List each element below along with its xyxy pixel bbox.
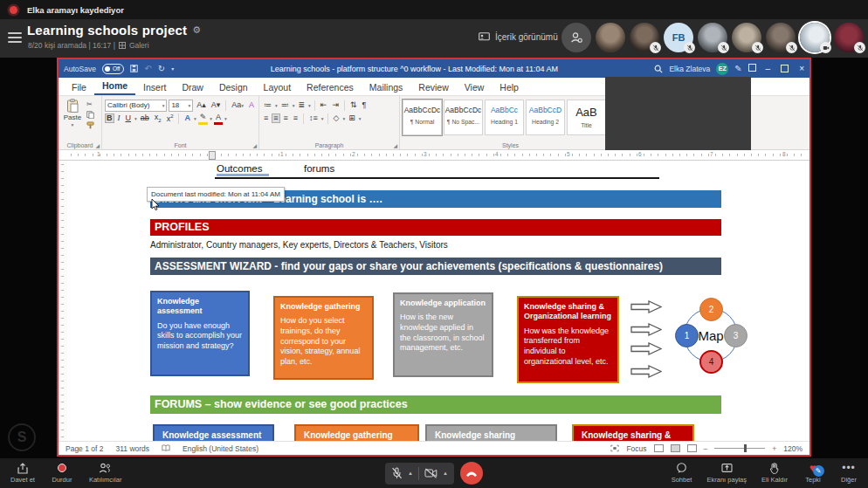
tab-design[interactable]: Design <box>211 79 256 95</box>
zoom-in-icon[interactable]: + <box>772 444 776 453</box>
horizontal-ruler[interactable]: 1 1 2 3 4 5 6 7 8 <box>59 150 809 161</box>
style-no-spacing[interactable]: AaBbCcDc¶ No Spac... <box>444 100 483 135</box>
camera-off-button[interactable] <box>424 468 437 478</box>
document-page[interactable]: Outcomes forums Sliders and short text –… <box>67 161 809 441</box>
tab-review[interactable]: Review <box>410 79 456 95</box>
redo-icon[interactable]: ↻ <box>158 65 165 73</box>
superscript-button[interactable]: x2 <box>165 113 176 124</box>
subscript-button[interactable]: x2 <box>153 113 163 124</box>
justify-icon[interactable]: ≡ <box>292 113 300 123</box>
close-button[interactable]: × <box>799 64 804 73</box>
text-effects-icon[interactable]: A <box>183 113 192 123</box>
font-name-select[interactable]: Calibri (Body)▾ <box>105 100 167 112</box>
grow-font-icon[interactable]: A▴ <box>195 100 208 110</box>
page-indicator[interactable]: Page 1 of 2 <box>65 444 103 453</box>
language-indicator[interactable]: English (United States) <box>183 444 258 453</box>
web-layout-icon[interactable] <box>687 444 697 452</box>
quick-access-chevron-icon[interactable]: ▾ <box>171 66 174 72</box>
content-view-button[interactable]: İçerik görünümü ▾ <box>479 32 566 42</box>
camera-options-chevron-icon[interactable]: ▲ <box>443 471 448 476</box>
ink-pen-icon[interactable]: ✎ <box>734 65 741 73</box>
mic-muted-button[interactable] <box>391 467 403 479</box>
participant-avatar[interactable] <box>834 23 864 52</box>
chat-button[interactable]: Sohbet <box>672 462 692 484</box>
ribbon-display-options-icon[interactable] <box>748 64 756 73</box>
tab-file[interactable]: File <box>64 79 94 95</box>
sort-icon[interactable]: ⇅ <box>348 100 359 110</box>
borders-icon[interactable]: ⊞ <box>347 113 357 123</box>
read-mode-icon[interactable] <box>654 444 664 452</box>
participant-avatar-initials[interactable]: FB <box>664 23 693 52</box>
bullet-list-icon[interactable]: ≔ <box>262 100 273 110</box>
zoom-slider-thumb[interactable] <box>744 444 747 452</box>
undo-icon[interactable]: ↶ <box>144 65 151 73</box>
italic-button[interactable]: I <box>116 113 122 123</box>
tab-references[interactable]: References <box>299 79 362 95</box>
participant-avatar[interactable] <box>698 23 727 52</box>
menu-icon[interactable] <box>8 32 22 43</box>
tab-draw[interactable]: Draw <box>174 79 211 95</box>
participant-avatar[interactable] <box>766 23 796 52</box>
underline-button[interactable]: U <box>124 113 134 123</box>
cut-icon[interactable]: ✂ <box>86 100 94 108</box>
add-participant-avatar[interactable] <box>561 23 591 52</box>
stop-recording-button[interactable]: Durdur <box>52 462 72 484</box>
active-speaker-avatar[interactable] <box>800 23 830 52</box>
more-button[interactable]: ••• Diğer <box>838 462 859 484</box>
highlight-color-icon[interactable]: ✎ <box>198 113 209 125</box>
participants-button[interactable]: Katılımcılar <box>89 462 122 484</box>
align-right-icon[interactable]: ≡ <box>282 113 290 123</box>
tab-mailings[interactable]: Mailings <box>362 79 411 95</box>
zoom-level[interactable]: 120% <box>783 444 803 453</box>
user-avatar[interactable]: EZ <box>716 63 728 75</box>
copy-icon[interactable] <box>86 111 94 119</box>
format-painter-icon[interactable] <box>86 121 94 129</box>
align-center-icon[interactable]: ≡ <box>272 113 279 123</box>
style-normal[interactable]: AaBbCcDc¶ Normal <box>403 100 442 135</box>
restore-button[interactable] <box>781 65 789 72</box>
decrease-indent-icon[interactable]: ⇤ <box>319 100 329 110</box>
increase-indent-icon[interactable]: ⇥ <box>330 100 341 110</box>
show-formatting-icon[interactable]: ¶ <box>360 100 368 110</box>
participant-avatar[interactable] <box>630 23 659 52</box>
style-title[interactable]: AaBTitle <box>567 100 606 135</box>
change-case-icon[interactable]: Aa▾ <box>230 100 245 110</box>
raise-hand-button[interactable]: Eli Kaldır <box>761 462 788 484</box>
zoom-slider[interactable] <box>714 448 765 450</box>
end-call-button[interactable] <box>460 462 483 485</box>
align-left-icon[interactable]: ≡ <box>262 113 270 123</box>
shading-icon[interactable]: ◇ <box>332 113 341 123</box>
minimize-button[interactable]: – <box>766 64 771 73</box>
focus-button[interactable]: Focus <box>626 444 646 453</box>
tab-layout[interactable]: Layout <box>256 79 300 95</box>
search-icon[interactable] <box>654 65 663 73</box>
word-count[interactable]: 311 words <box>115 444 149 453</box>
save-icon[interactable] <box>130 65 138 72</box>
strikethrough-button[interactable]: ab <box>139 113 151 123</box>
bold-button[interactable]: B <box>105 113 114 123</box>
participant-avatar[interactable] <box>732 23 761 52</box>
tab-home[interactable]: Home <box>94 78 135 95</box>
gallery-label[interactable]: Galeri <box>129 41 149 50</box>
dialog-launcher-icon[interactable]: ◢ <box>252 142 257 148</box>
gear-icon[interactable]: ⚙ <box>192 24 201 36</box>
autosave-toggle[interactable]: Off <box>102 64 125 74</box>
tab-insert[interactable]: Insert <box>135 79 174 95</box>
paste-button[interactable]: Paste ▾ <box>61 99 84 139</box>
style-heading2[interactable]: AaBbCcDHeading 2 <box>526 100 565 135</box>
style-heading1[interactable]: AaBbCcHeading 1 <box>485 100 524 135</box>
tab-help[interactable]: Help <box>492 79 527 95</box>
reaction-button[interactable]: ♥✎ Tepki <box>803 462 823 484</box>
font-size-select[interactable]: 18▾ <box>169 100 193 112</box>
print-layout-icon[interactable] <box>671 444 680 452</box>
proofing-icon[interactable] <box>162 444 170 452</box>
share-screen-button[interactable]: Ekranı paylaş <box>707 462 747 484</box>
numbered-list-icon[interactable]: ≕ <box>279 100 291 110</box>
participant-avatar[interactable] <box>596 23 625 52</box>
shrink-font-icon[interactable]: A▾ <box>210 100 223 110</box>
dialog-launcher-icon[interactable]: ◢ <box>393 142 397 148</box>
zoom-out-icon[interactable]: – <box>704 444 708 453</box>
document-viewport[interactable]: Outcomes forums Sliders and short text –… <box>59 161 809 441</box>
clear-formatting-icon[interactable]: A <box>247 100 256 110</box>
indent-marker[interactable] <box>209 151 216 160</box>
